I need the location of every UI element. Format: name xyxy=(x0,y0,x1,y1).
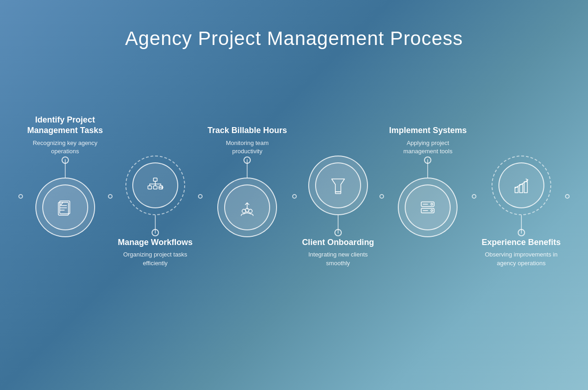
page-title: Agency Project Management Process xyxy=(125,28,463,50)
benefits-icon xyxy=(510,174,532,196)
svg-rect-29 xyxy=(524,182,527,193)
node-1-title: Identify Project Management Tasks xyxy=(27,115,103,136)
node-1-circle-inner xyxy=(42,184,88,230)
node-2: Manage Workflows Organizing project task… xyxy=(118,105,193,288)
node-2-stem-bottom xyxy=(155,215,156,234)
node-3-stem-top xyxy=(247,159,248,178)
node-2-circle-inner xyxy=(132,162,178,208)
node-6-circle-inner xyxy=(498,162,544,208)
node-1-circle xyxy=(35,178,95,237)
node-3-circle-inner xyxy=(224,184,270,230)
node-2-label-bottom: Manage Workflows Organizing project task… xyxy=(118,237,193,288)
svg-point-24 xyxy=(431,210,433,212)
node-5-circle-inner xyxy=(405,184,451,230)
node-4: Client Onboarding Integrating new client… xyxy=(302,105,374,288)
svg-marker-19 xyxy=(332,179,345,192)
node-4-circle-inner xyxy=(315,162,361,208)
right-end-dot xyxy=(565,194,570,199)
node-4-circle xyxy=(308,156,368,215)
node-2-subtitle: Organizing project tasks efficiently xyxy=(123,251,187,267)
node-5-label-top: Implement Systems Applying project manag… xyxy=(389,105,467,156)
nodes-row: Identify Project Management Tasks Recogn… xyxy=(18,105,570,288)
svg-rect-20 xyxy=(335,192,341,194)
node-6-label-bottom: Experience Benefits Observing improvemen… xyxy=(482,237,561,288)
node-6: Experience Benefits Observing improvemen… xyxy=(482,105,561,288)
onboarding-icon xyxy=(327,174,349,196)
svg-rect-12 xyxy=(153,186,157,189)
conn-dot-4 xyxy=(379,194,384,199)
node-4-subtitle: Integrating new clients smoothly xyxy=(308,251,368,267)
node-2-circle xyxy=(125,156,185,215)
node-3-subtitle: Monitoring team productivity xyxy=(226,139,269,156)
svg-point-23 xyxy=(431,203,433,205)
node-2-title: Manage Workflows xyxy=(118,237,193,248)
conn-dot-2 xyxy=(198,194,203,199)
node-4-stem-bottom xyxy=(338,215,339,234)
conn-dot-3 xyxy=(292,194,297,199)
node-3-title: Track Billable Hours xyxy=(208,125,287,136)
node-5-circle xyxy=(398,178,458,237)
svg-rect-5 xyxy=(153,178,157,181)
node-5-stem-top xyxy=(427,159,428,178)
diagram-container: Identify Project Management Tasks Recogn… xyxy=(18,68,570,325)
node-4-label-bottom: Client Onboarding Integrating new client… xyxy=(302,237,374,288)
node-1-subtitle: Recognizing key agency operations xyxy=(33,139,97,156)
conn-dot-5 xyxy=(472,194,476,199)
node-3-circle xyxy=(217,178,277,237)
svg-rect-11 xyxy=(148,186,152,189)
node-5-subtitle: Applying project management tools xyxy=(403,139,452,156)
left-end-dot xyxy=(18,194,23,199)
node-6-title: Experience Benefits xyxy=(482,237,561,248)
node-4-title: Client Onboarding xyxy=(302,237,374,248)
tasks-icon xyxy=(54,196,76,218)
node-1-stem-top xyxy=(65,159,66,178)
node-6-circle xyxy=(492,156,551,215)
svg-rect-28 xyxy=(520,184,523,193)
node-6-stem-bottom xyxy=(521,215,522,234)
node-3: Track Billable Hours Monitoring team pro… xyxy=(208,105,287,288)
node-6-subtitle: Observing improvements in agency operati… xyxy=(485,251,557,267)
conn-dot-1 xyxy=(108,194,113,199)
node-5: Implement Systems Applying project manag… xyxy=(389,105,467,288)
hours-icon xyxy=(236,196,258,218)
node-1-label-top: Identify Project Management Tasks Recogn… xyxy=(27,105,103,156)
node-3-label-top: Track Billable Hours Monitoring team pro… xyxy=(208,105,287,156)
systems-icon xyxy=(417,196,439,218)
workflow-icon xyxy=(144,174,166,196)
node-1: Identify Project Management Tasks Recogn… xyxy=(27,105,103,288)
node-5-title: Implement Systems xyxy=(389,125,467,136)
